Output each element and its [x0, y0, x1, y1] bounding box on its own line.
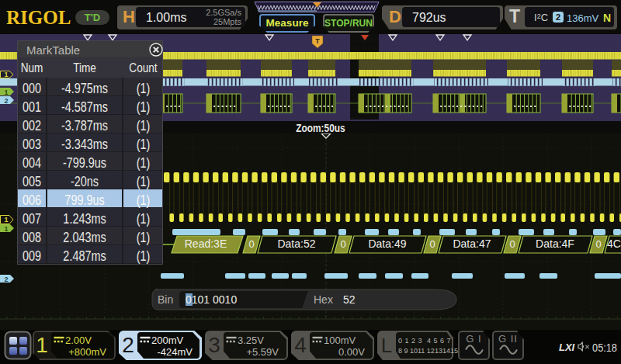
svg-text:1: 1	[4, 71, 8, 78]
svg-text:2: 2	[4, 276, 8, 283]
svg-text:Bin: Bin	[158, 293, 173, 306]
svg-text:0: 0	[248, 238, 254, 250]
svg-text:4C: 4C	[607, 237, 621, 250]
svg-text:T: T	[315, 37, 320, 45]
svg-text:1: 1	[4, 216, 8, 224]
svg-text:0: 0	[509, 238, 515, 250]
svg-text:2: 2	[4, 97, 8, 105]
svg-text:0: 0	[595, 238, 601, 250]
svg-text:Data:47: Data:47	[453, 237, 491, 250]
svg-text:1: 1	[4, 88, 8, 96]
svg-text:1: 1	[4, 225, 8, 233]
svg-text:Data:49: Data:49	[368, 237, 406, 250]
svg-text:Data:52: Data:52	[277, 237, 315, 250]
svg-text:Read:3E: Read:3E	[185, 237, 227, 250]
svg-text:0: 0	[340, 238, 345, 250]
svg-text:0101 0010: 0101 0010	[186, 293, 237, 306]
svg-text:Hex: Hex	[314, 293, 333, 306]
svg-text:52: 52	[343, 293, 356, 306]
svg-text:Data:4F: Data:4F	[536, 237, 574, 250]
svg-text:0: 0	[429, 238, 435, 250]
